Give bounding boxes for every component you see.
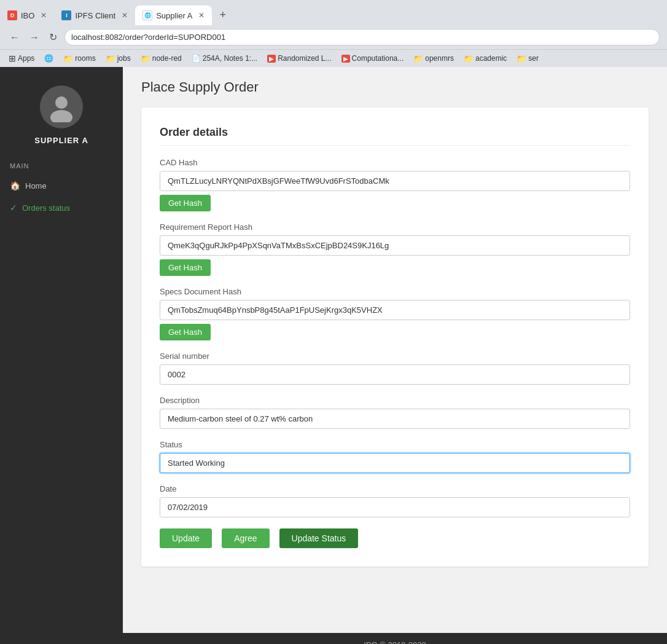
label-date: Date (160, 484, 630, 493)
sidebar-item-home[interactable]: 🏠 Home (0, 175, 123, 197)
check-icon: ✓ (10, 203, 17, 213)
bookmark-node-red[interactable]: 📁 node-red (137, 53, 185, 65)
tab-ipfs-close[interactable]: ✕ (122, 11, 128, 20)
bookmark-rooms-label: rooms (75, 54, 95, 63)
input-requirement-report-hash[interactable] (160, 235, 630, 256)
address-input[interactable] (64, 29, 660, 45)
content-with-footer: Place Supply Order Order details CAD Has… (123, 67, 667, 644)
sidebar-item-orders-status[interactable]: ✓ Orders status (0, 197, 123, 219)
folder-icon-rooms: 📁 (63, 54, 73, 63)
bookmark-apps[interactable]: ⊞ Apps (5, 52, 38, 65)
tab-ibo-close[interactable]: ✕ (41, 11, 47, 20)
field-cad-hash: CAD Hash Get Hash (160, 158, 630, 211)
sidebar: SUPPLIER A MAIN 🏠 Home ✓ Orders status (0, 67, 123, 644)
field-serial-number: Serial number (160, 351, 630, 385)
tab-supplier-close[interactable]: ✕ (198, 11, 205, 20)
input-specs-document-hash[interactable] (160, 300, 630, 320)
action-buttons: Update Agree Update Status (160, 528, 630, 548)
avatar-icon (46, 92, 77, 122)
address-bar: ← → ↻ (0, 25, 667, 49)
back-button[interactable]: ← (7, 29, 22, 45)
field-status: Status (160, 440, 630, 473)
field-requirement-report-hash: Requirement Report Hash Get Hash (160, 222, 630, 276)
bookmark-jobs-label: jobs (117, 54, 131, 63)
new-tab-button[interactable]: + (212, 5, 233, 25)
ibo-favicon: D (7, 10, 17, 20)
bookmark-rooms[interactable]: 📁 rooms (60, 53, 99, 65)
label-cad-hash: CAD Hash (160, 158, 630, 167)
order-details-card: Order details CAD Hash Get Hash Requirem… (141, 108, 649, 567)
bookmark-ser-label: ser (528, 54, 539, 63)
label-status: Status (160, 440, 630, 449)
bookmark-254a-label: 254A, Notes 1:... (203, 54, 257, 63)
field-date: Date (160, 484, 630, 517)
ipfs-favicon: I (61, 10, 71, 20)
bookmark-254a[interactable]: 📄 254A, Notes 1:... (188, 53, 261, 64)
label-serial-number: Serial number (160, 351, 630, 361)
svg-point-1 (50, 110, 72, 122)
folder-icon-node-red: 📁 (141, 54, 150, 63)
get-hash-specs-button[interactable]: Get Hash (160, 324, 211, 340)
youtube-icon-computational: ▶ (341, 55, 350, 63)
get-hash-cad-button[interactable]: Get Hash (160, 195, 211, 211)
tab-ibo-title: IBO (21, 11, 34, 20)
label-specs-document-hash: Specs Document Hash (160, 287, 630, 296)
sidebar-home-label: Home (25, 181, 47, 190)
folder-icon-ser: 📁 (517, 54, 526, 63)
sidebar-orders-label: Orders status (22, 203, 70, 213)
field-specs-document-hash: Specs Document Hash Get Hash (160, 287, 630, 340)
label-requirement-report-hash: Requirement Report Hash (160, 222, 630, 232)
bookmark-node-red-label: node-red (152, 54, 182, 63)
folder-icon-openmrs: 📁 (413, 54, 423, 63)
field-description: Description (160, 396, 630, 429)
tab-supplier-title: Supplier A (156, 11, 192, 20)
supplier-favicon: 🌐 (142, 10, 152, 20)
bookmark-jobs[interactable]: 📁 jobs (102, 53, 135, 65)
folder-icon-jobs: 📁 (106, 54, 115, 63)
bookmark-randomized[interactable]: ▶ Randomized L... (263, 53, 335, 64)
bookmarks-bar: ⊞ Apps 🌐 📁 rooms 📁 jobs 📁 node-red 📄 254… (0, 49, 667, 67)
bookmark-openmrs-label: openmrs (425, 54, 454, 63)
folder-icon-academic: 📁 (464, 54, 474, 63)
main-content: Place Supply Order Order details CAD Has… (123, 67, 667, 633)
input-serial-number[interactable] (160, 364, 630, 385)
browser-chrome: D IBO ✕ I IPFS Client ✕ 🌐 Supplier A ✕ +… (0, 0, 667, 67)
get-hash-requirement-button[interactable]: Get Hash (160, 259, 211, 276)
apps-grid-icon: ⊞ (9, 53, 16, 63)
tab-ipfs[interactable]: I IPFS Client ✕ (54, 6, 135, 25)
bookmark-randomized-label: Randomized L... (278, 54, 331, 63)
youtube-icon-randomized: ▶ (267, 55, 276, 63)
input-status[interactable] (160, 453, 630, 473)
bookmark-ser[interactable]: 📁 ser (513, 53, 542, 65)
bookmark-openmrs[interactable]: 📁 openmrs (410, 53, 458, 65)
tab-supplier[interactable]: 🌐 Supplier A ✕ (135, 6, 212, 25)
tab-ibo[interactable]: D IBO ✕ (0, 6, 54, 25)
bookmark-academic-label: academic (475, 54, 507, 63)
bookmark-globe[interactable]: 🌐 (41, 53, 57, 64)
bookmark-apps-label: Apps (18, 54, 34, 63)
input-description[interactable] (160, 409, 630, 429)
sidebar-username: SUPPLIER A (34, 136, 88, 145)
update-button[interactable]: Update (160, 528, 212, 548)
bookmark-academic[interactable]: 📁 academic (460, 53, 510, 65)
agree-button[interactable]: Agree (222, 528, 269, 548)
bookmark-computational[interactable]: ▶ Computationa... (338, 53, 408, 64)
svg-point-0 (55, 96, 68, 109)
app-wrapper: SUPPLIER A MAIN 🏠 Home ✓ Orders status P… (0, 67, 667, 644)
input-date[interactable] (160, 497, 630, 517)
forward-button[interactable]: → (27, 29, 42, 45)
label-description: Description (160, 396, 630, 405)
avatar (40, 85, 83, 128)
update-status-button[interactable]: Update Status (279, 528, 359, 548)
app-footer: IBO © 2019-2020 (123, 633, 667, 644)
home-icon: 🏠 (10, 181, 20, 190)
tab-ipfs-title: IPFS Client (75, 11, 115, 20)
refresh-button[interactable]: ↻ (47, 29, 60, 45)
input-cad-hash[interactable] (160, 171, 630, 191)
globe-icon: 🌐 (44, 54, 53, 63)
page-title: Place Supply Order (141, 79, 649, 95)
page-icon-254a: 📄 (192, 54, 201, 63)
bookmark-computational-label: Computationa... (352, 54, 404, 63)
sidebar-nav: 🏠 Home ✓ Orders status (0, 175, 123, 219)
sidebar-section-label: MAIN (0, 157, 123, 175)
